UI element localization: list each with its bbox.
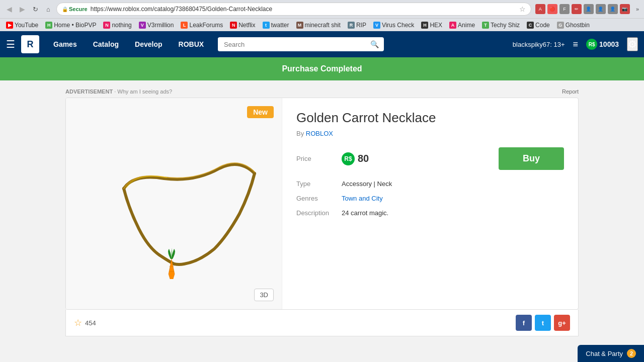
secure-badge: Secure: [62, 6, 88, 12]
search-input[interactable]: [218, 38, 365, 51]
url-display: https://www.roblox.com/catalog/738680475…: [91, 6, 516, 13]
chat-label: Chat & Party: [586, 350, 623, 357]
item-details-section: Golden Carrot Necklace By ROBLOX Price R…: [282, 98, 578, 309]
ext-icon-2[interactable]: 🔴: [547, 4, 557, 14]
item-card: New: [65, 98, 579, 310]
nav-develop[interactable]: Develop: [127, 31, 170, 57]
report-link[interactable]: Report: [562, 88, 579, 95]
bookmark-anime[interactable]: AAnime: [446, 21, 478, 30]
rating-section: ☆ 454: [74, 317, 96, 328]
nav-buttons: ◀ ▶ ↻ ⌂: [3, 3, 54, 15]
bookmark-ghost[interactable]: GGhostbin: [554, 21, 593, 30]
bookmark-yt[interactable]: ▶YouTube: [3, 21, 41, 30]
item-title: Golden Carrot Necklace: [296, 110, 564, 126]
necklace-image: [84, 123, 265, 284]
nav-games[interactable]: Games: [45, 31, 85, 57]
price-value: R$ 80: [342, 152, 499, 165]
bookmarks-bar: ▶YouTubeHHome • BioPVPNnothingVV3rmillio…: [0, 18, 644, 31]
ad-label: ADVERTISEMENT · Why am I seeing ads?: [65, 88, 172, 95]
extensions-more[interactable]: »: [634, 6, 641, 12]
search-box: 🔍: [218, 37, 384, 51]
item-card-footer: ☆ 454 f t g+: [65, 310, 579, 336]
roblox-logo[interactable]: R: [21, 35, 39, 53]
bookmark-netflix[interactable]: NNetflix: [227, 21, 258, 30]
genres-value[interactable]: Town and City: [342, 195, 383, 202]
refresh-button[interactable]: ↻: [29, 3, 41, 15]
social-buttons: f t g+: [516, 315, 570, 331]
search-button[interactable]: 🔍: [365, 37, 384, 51]
browser-extensions: A 🔴 F ✏ 👤 👤 👤 📷: [533, 4, 632, 14]
robux-price-icon: R$: [342, 152, 355, 165]
roblox-navbar: ☰ R Games Catalog Develop ROBUX 🔍 blacks…: [0, 31, 644, 57]
ext-icon-8[interactable]: 📷: [620, 4, 630, 14]
browser-chrome: ◀ ▶ ↻ ⌂ Secure https://www.roblox.com/ca…: [0, 0, 644, 31]
genres-label: Genres: [296, 195, 342, 202]
ext-icon-7[interactable]: 👤: [608, 4, 618, 14]
bookmark-hex[interactable]: HHEX: [418, 21, 445, 30]
hamburger-menu[interactable]: ☰: [6, 38, 15, 50]
advertisement-bar: ADVERTISEMENT · Why am I seeing ads? Rep…: [0, 85, 644, 98]
description-value: 24 carrot magic.: [342, 209, 388, 217]
nav-robux[interactable]: ROBUX: [171, 31, 212, 57]
bookmark-code[interactable]: CCode: [524, 21, 553, 30]
bookmark-techy[interactable]: TTechy Shiz: [479, 21, 523, 30]
nav-links: Games Catalog Develop ROBUX: [45, 31, 212, 57]
ext-icon-1[interactable]: A: [535, 4, 545, 14]
bookmark-twitter[interactable]: ttwatter: [260, 21, 292, 30]
robux-display: R$ 10003: [586, 39, 619, 50]
item-image-section: New: [66, 98, 282, 309]
bookmark-star[interactable]: ☆: [519, 5, 526, 13]
bookmark-leak[interactable]: LLeakForums: [178, 21, 226, 30]
item-by: By ROBLOX: [296, 130, 564, 137]
search-area: 🔍: [218, 37, 507, 51]
bookmark-rip[interactable]: RRIP: [345, 21, 369, 30]
description-row: Description 24 carrot magic.: [296, 209, 564, 217]
type-value: Accessory | Neck: [342, 180, 392, 188]
twitter-share-button[interactable]: t: [535, 315, 551, 331]
robux-icon: R$: [586, 39, 597, 50]
new-badge: New: [247, 106, 274, 118]
username-display: blackspiky67: 13+: [513, 41, 565, 48]
chat-party-bar[interactable]: Chat & Party 2: [578, 345, 644, 362]
main-content: ADVERTISEMENT · Why am I seeing ads? Rep…: [0, 80, 644, 341]
settings-button[interactable]: ⚙: [627, 37, 638, 51]
googleplus-share-button[interactable]: g+: [554, 315, 570, 331]
price-number: 80: [358, 153, 369, 164]
description-label: Description: [296, 209, 342, 217]
purchase-banner: Purchase Completed: [0, 57, 644, 80]
back-button[interactable]: ◀: [3, 3, 15, 15]
robux-amount: 10003: [599, 40, 619, 48]
buy-button[interactable]: Buy: [499, 147, 564, 170]
type-label: Type: [296, 180, 342, 188]
type-row: Type Accessory | Neck: [296, 180, 564, 188]
ext-icon-4[interactable]: ✏: [572, 4, 582, 14]
bookmark-home[interactable]: HHome • BioPVP: [42, 21, 99, 30]
price-label: Price: [296, 155, 342, 162]
price-row: Price R$ 80 Buy: [296, 147, 564, 170]
item-creator-link[interactable]: ROBLOX: [306, 130, 333, 137]
notifications-button[interactable]: ≡: [573, 39, 579, 50]
ext-icon-5[interactable]: 👤: [584, 4, 594, 14]
rating-count: 454: [85, 319, 96, 327]
ext-icon-3[interactable]: F: [559, 4, 570, 14]
nav-right: blackspiky67: 13+ ≡ R$ 10003 ⚙: [513, 37, 638, 51]
browser-toolbar: ◀ ▶ ↻ ⌂ Secure https://www.roblox.com/ca…: [0, 0, 644, 18]
bookmark-virus[interactable]: VVirus Check: [370, 21, 417, 30]
rating-star[interactable]: ☆: [74, 317, 82, 328]
nav-catalog[interactable]: Catalog: [85, 31, 127, 57]
bookmark-nothing[interactable]: Nnothing: [100, 21, 134, 30]
address-bar[interactable]: Secure https://www.roblox.com/catalog/73…: [56, 3, 531, 16]
ext-icon-6[interactable]: 👤: [596, 4, 606, 14]
genres-row: Genres Town and City: [296, 195, 564, 202]
3d-button[interactable]: 3D: [254, 289, 274, 301]
forward-button[interactable]: ▶: [16, 3, 28, 15]
home-button[interactable]: ⌂: [42, 3, 54, 15]
chat-badge: 2: [627, 349, 636, 358]
bookmark-mc[interactable]: Mminecraft shit: [293, 21, 344, 30]
bookmark-v3[interactable]: VV3rmillion: [136, 21, 177, 30]
facebook-share-button[interactable]: f: [516, 315, 532, 331]
